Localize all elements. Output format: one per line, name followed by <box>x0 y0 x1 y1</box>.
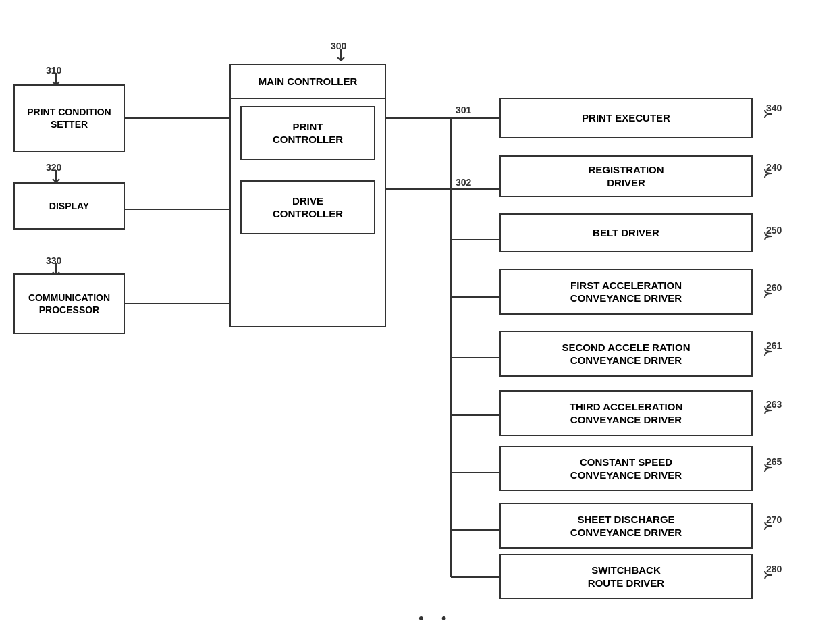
arrow-300 <box>327 49 354 62</box>
main-controller-outer: MAIN CONTROLLER PRINT CONTROLLER DRIVE C… <box>230 64 386 327</box>
display-box: DISPLAY <box>14 182 125 230</box>
curly-280 <box>761 568 788 583</box>
curly-265 <box>761 460 788 475</box>
label-302: 302 <box>456 177 471 188</box>
curly-270 <box>761 518 788 533</box>
diagram: 300 310 320 330 301 302 340 240 250 <box>0 0 837 644</box>
sheet-discharge-box: SHEET DISCHARGE CONVEYANCE DRIVER <box>500 503 753 549</box>
main-controller-box: MAIN CONTROLLER <box>231 65 385 99</box>
dots: • • <box>418 610 454 627</box>
curly-240 <box>761 166 788 181</box>
second-acceleration-box: SECOND ACCELE RATION CONVEYANCE DRIVER <box>500 331 753 377</box>
curly-263 <box>761 403 788 418</box>
print-executer-box: PRINT EXECUTER <box>500 98 753 138</box>
curly-260 <box>761 286 788 301</box>
communication-processor-box: COMMUNICATION PROCESSOR <box>14 273 125 334</box>
third-acceleration-box: THIRD ACCELERATION CONVEYANCE DRIVER <box>500 390 753 436</box>
belt-driver-box: BELT DRIVER <box>500 213 753 252</box>
curly-250 <box>761 229 788 244</box>
print-condition-setter-box: PRINT CONDITION SETTER <box>14 84 125 152</box>
registration-driver-box: REGISTRATION DRIVER <box>500 155 753 197</box>
print-controller-box: PRINT CONTROLLER <box>240 106 375 160</box>
constant-speed-box: CONSTANT SPEED CONVEYANCE DRIVER <box>500 446 753 491</box>
label-301: 301 <box>456 105 471 115</box>
first-acceleration-box: FIRST ACCELERATION CONVEYANCE DRIVER <box>500 269 753 315</box>
drive-controller-box: DRIVE CONTROLLER <box>240 180 375 234</box>
arrow-320 <box>43 170 70 184</box>
switchback-route-box: SWITCHBACK ROUTE DRIVER <box>500 554 753 599</box>
curly-261 <box>761 344 788 359</box>
curly-340 <box>761 107 788 122</box>
